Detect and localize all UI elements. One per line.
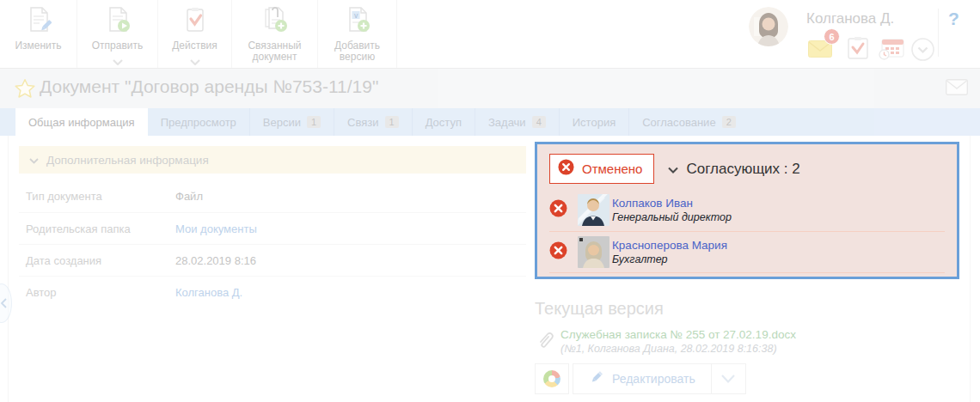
tab-history[interactable]: История bbox=[559, 108, 628, 136]
document-fields: Тип документа Файл Родительская папка Мо… bbox=[19, 180, 526, 308]
send-document-button[interactable]: Отправить bbox=[77, 0, 158, 68]
tab-count-badge: 2 bbox=[722, 116, 736, 128]
tab-count-badge: 1 bbox=[307, 116, 321, 128]
toolbar: Изменить Отправить bbox=[0, 0, 980, 69]
current-version-panel: Текущая версия Служебная записка № 255 о… bbox=[535, 299, 959, 394]
clipboard-check-icon bbox=[181, 5, 210, 38]
linked-document-button[interactable]: Связанный документ bbox=[232, 0, 318, 68]
tab-label: Доступ bbox=[426, 116, 462, 129]
approvers-list: Колпаков Иван Генеральный директор bbox=[537, 189, 957, 273]
toolbar-button-group: Изменить Отправить bbox=[0, 0, 397, 68]
cancel-circle-icon bbox=[558, 159, 574, 179]
approval-status-row: Отменено Согласующих : 2 bbox=[537, 144, 957, 189]
approval-block: Отменено Согласующих : 2 bbox=[535, 142, 959, 279]
approvers-expand-chevron-icon[interactable] bbox=[668, 161, 678, 177]
left-panel-divider bbox=[8, 136, 9, 402]
chevron-down-icon bbox=[190, 53, 200, 69]
tab-access[interactable]: Доступ bbox=[412, 108, 475, 136]
tab-label: Согласование bbox=[642, 116, 715, 129]
add-version-label: Добавить версию bbox=[318, 40, 396, 63]
section-title: Дополнительная информация bbox=[46, 154, 209, 167]
subscribe-mail-icon[interactable] bbox=[946, 79, 968, 99]
right-panel-divider bbox=[970, 136, 971, 402]
additional-info-section-header[interactable]: Дополнительная информация bbox=[19, 146, 526, 174]
content-area: Дополнительная информация Тип документа … bbox=[0, 136, 980, 402]
tab-bar: Общая информация Предпросмотр Версии 1 С… bbox=[0, 108, 980, 136]
add-version-button[interactable]: v Добавить версию bbox=[318, 0, 397, 68]
approver-name-link[interactable]: Красноперова Мария bbox=[612, 239, 727, 252]
version-file-link[interactable]: Служебная записка № 255 от 27.02.19.docx bbox=[560, 328, 796, 341]
approver-role: Генеральный директор bbox=[612, 211, 732, 223]
tab-links[interactable]: Связи 1 bbox=[334, 108, 412, 136]
tab-label: Версии bbox=[263, 116, 301, 129]
document-send-icon bbox=[103, 5, 132, 38]
tab-count-badge: 1 bbox=[385, 116, 399, 128]
version-buttons: Редактировать bbox=[535, 363, 959, 394]
approver-name-link[interactable]: Колпаков Иван bbox=[612, 197, 732, 210]
approver-info: Красноперова Мария Бухгалтер bbox=[612, 239, 727, 265]
field-label: Тип документа bbox=[19, 190, 175, 203]
approver-avatar bbox=[578, 236, 609, 268]
field-row-author: Автор Колганова Д. bbox=[19, 276, 526, 308]
field-label: Автор bbox=[19, 286, 175, 299]
approver-row: Колпаков Иван Генеральный директор bbox=[549, 189, 945, 231]
user-name[interactable]: Колганова Д. bbox=[806, 10, 894, 27]
field-value: Файл bbox=[175, 190, 203, 203]
edit-document-button[interactable]: Изменить bbox=[0, 0, 77, 68]
approver-info: Колпаков Иван Генеральный директор bbox=[612, 197, 732, 223]
calendar-icon[interactable] bbox=[879, 38, 904, 64]
field-row-parent-folder: Родительская папка Мои документы bbox=[19, 212, 526, 244]
field-label: Дата создания bbox=[19, 254, 175, 267]
author-link[interactable]: Колганова Д. bbox=[175, 286, 242, 299]
document-edit-icon bbox=[24, 5, 53, 38]
additional-info-panel: Дополнительная информация Тип документа … bbox=[19, 146, 526, 308]
help-button[interactable]: ? bbox=[948, 9, 959, 29]
edit-document-label: Изменить bbox=[15, 40, 61, 52]
approvers-summary: Согласующих : 2 bbox=[686, 161, 799, 178]
app-colorwheel-icon bbox=[543, 370, 560, 387]
approver-row: Красноперова Мария Бухгалтер bbox=[549, 231, 945, 273]
field-row-created-date: Дата создания 28.02.2019 8:16 bbox=[19, 244, 526, 276]
user-avatar[interactable] bbox=[749, 7, 788, 46]
field-label: Родительская папка bbox=[19, 222, 175, 235]
title-row: Документ "Договор аренды №753-11/19" bbox=[0, 69, 980, 108]
tab-preview[interactable]: Предпросмотр bbox=[148, 108, 249, 136]
edit-version-button[interactable]: Редактировать bbox=[573, 363, 712, 394]
rejected-circle-icon bbox=[549, 199, 567, 221]
collapse-panel-handle[interactable] bbox=[0, 283, 12, 323]
send-document-label: Отправить bbox=[92, 40, 144, 52]
tab-general-info[interactable]: Общая информация bbox=[15, 108, 148, 136]
linked-document-label: Связанный документ bbox=[232, 40, 317, 63]
version-more-dropdown-button[interactable] bbox=[712, 363, 746, 394]
pencil-icon bbox=[589, 369, 604, 388]
page-title: Документ "Договор аренды №753-11/19" bbox=[40, 76, 378, 97]
user-menu-chevron-icon[interactable] bbox=[911, 38, 934, 64]
edit-version-label: Редактировать bbox=[612, 372, 695, 386]
document-link-icon bbox=[260, 5, 290, 38]
toolbar-divider bbox=[938, 9, 939, 57]
approver-avatar bbox=[578, 194, 609, 226]
open-in-app-button[interactable] bbox=[535, 363, 569, 394]
parent-folder-link[interactable]: Мои документы bbox=[175, 222, 257, 235]
tab-versions[interactable]: Версии 1 bbox=[249, 108, 334, 136]
tab-label: Предпросмотр bbox=[161, 116, 236, 129]
status-badge: Отменено bbox=[549, 154, 654, 184]
mail-count-badge: 6 bbox=[824, 28, 840, 45]
favorite-star-icon[interactable] bbox=[14, 77, 36, 103]
tab-approval[interactable]: Согласование 2 bbox=[628, 108, 749, 136]
tab-label: Общая информация bbox=[28, 116, 135, 129]
tab-tasks[interactable]: Задачи 4 bbox=[475, 108, 559, 136]
field-value: 28.02.2019 8:16 bbox=[175, 254, 256, 267]
tab-count-badge: 4 bbox=[532, 116, 546, 128]
tasks-clipboard-icon[interactable] bbox=[848, 36, 868, 63]
tab-label: Задачи bbox=[488, 116, 526, 129]
document-version-add-icon: v bbox=[343, 5, 372, 38]
version-file-row: Служебная записка № 255 от 27.02.19.docx… bbox=[535, 328, 959, 355]
actions-button[interactable]: Действия bbox=[158, 0, 232, 68]
status-label: Отменено bbox=[582, 161, 642, 176]
field-row-doc-type: Тип документа Файл bbox=[19, 180, 526, 212]
tab-label: Связи bbox=[347, 116, 378, 129]
paperclip-icon bbox=[535, 328, 555, 355]
chevron-down-icon bbox=[29, 152, 39, 168]
approver-role: Бухгалтер bbox=[612, 253, 727, 265]
